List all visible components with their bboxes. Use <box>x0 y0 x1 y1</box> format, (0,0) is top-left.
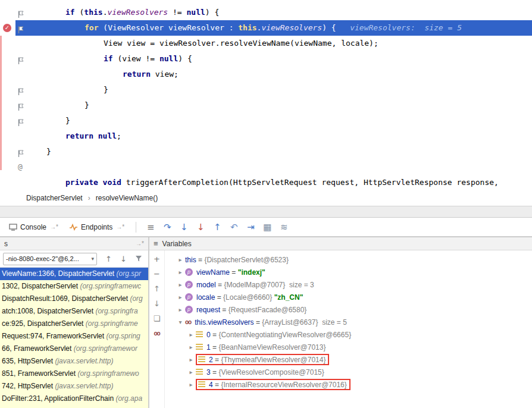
stack-frame[interactable]: DispatchResult:1069, DispatcherServlet (… <box>0 293 148 305</box>
execution-line[interactable]: ✓for (ViewResolver viewResolver : this.v… <box>0 20 532 36</box>
show-watches-icon[interactable]: oo <box>154 329 159 338</box>
expander-icon[interactable]: ▸ <box>176 256 185 263</box>
stack-frame[interactable]: ce:925, DispatcherServlet (org.springfra… <box>0 318 148 330</box>
breadcrumb-item-method[interactable]: resolveViewName() <box>96 194 158 202</box>
expander-icon[interactable]: ▸ <box>176 306 185 313</box>
variable-row[interactable]: ▾oothis.viewResolvers = {ArrayList@6637}… <box>165 316 532 328</box>
remove-watch-icon[interactable]: − <box>154 269 160 279</box>
add-watch-icon[interactable]: + <box>154 255 160 264</box>
expander-icon[interactable]: ▸ <box>186 369 196 375</box>
variable-content: prequest = {RequestFacade@6580} <box>185 306 306 314</box>
code-line[interactable]: } <box>0 82 532 98</box>
stack-frame[interactable]: 635, HttpServlet (javax.servlet.http) <box>0 355 148 368</box>
variable-row[interactable]: ▸4 = {InternalResourceViewResolver@7016} <box>165 378 532 391</box>
run-to-cursor-icon[interactable]: ⇥ <box>242 222 259 233</box>
breakpoint-icon[interactable]: ✓ <box>3 24 11 32</box>
variable-row[interactable]: ▸plocale = {Locale@6660} "zh_CN" <box>165 291 532 303</box>
editor-gutter[interactable] <box>0 113 33 128</box>
expander-icon[interactable]: ▸ <box>176 281 185 288</box>
editor-gutter[interactable]: ✓ <box>0 20 33 36</box>
expander-icon[interactable]: ▸ <box>176 294 185 300</box>
editor-gutter[interactable] <box>0 5 33 20</box>
variable-row[interactable]: ▸prequest = {RequestFacade@6580} <box>165 303 532 316</box>
variable-row[interactable]: ▸pviewName = "indexj" <box>165 266 532 278</box>
move-up-icon[interactable]: ↑ <box>154 284 160 294</box>
code-text: return view; <box>33 67 179 82</box>
previous-frame-icon[interactable]: ↑ <box>105 255 112 263</box>
grid-icon[interactable]: ▦ <box>259 222 276 233</box>
stack-frame[interactable]: 66, FrameworkServlet (org.springframewor <box>0 343 148 355</box>
code-editor[interactable]: if (this.viewResolvers != null) {✓for (V… <box>0 0 532 190</box>
code-line[interactable]: } <box>0 98 532 113</box>
code-text <box>33 159 46 175</box>
expander-icon[interactable]: ▸ <box>186 331 196 338</box>
editor-gutter[interactable] <box>0 67 33 82</box>
editor-gutter[interactable] <box>0 82 33 98</box>
editor-gutter[interactable]: @ <box>0 159 33 175</box>
array-element-icon <box>198 356 205 363</box>
step-over-icon[interactable]: ↷ <box>159 222 176 233</box>
code-text: for (ViewResolver viewResolver : this.vi… <box>33 20 462 36</box>
variable-row[interactable]: ▸0 = {ContentNegotiatingViewResolver@666… <box>165 328 532 341</box>
force-step-into-icon[interactable]: ↓ <box>192 222 209 233</box>
stack-frame[interactable]: atch:1008, DispatcherServlet (org.spring… <box>0 305 148 318</box>
expander-icon[interactable]: ▸ <box>176 269 185 275</box>
watches-toolbar: +−↑↓❏oo <box>149 250 165 408</box>
thread-selector[interactable]: -nio-8080-exec-2"@6,2... ▾ <box>3 253 97 265</box>
stack-frame[interactable]: Request:974, FrameworkServlet (org.sprin… <box>0 330 148 343</box>
variable-content: 0 = {ContentNegotiatingViewResolver@6665… <box>196 331 351 339</box>
editor-gutter[interactable] <box>0 144 33 159</box>
frames-panel: s →* -nio-8080-exec-2"@6,2... ▾ ↑ ↓ View… <box>0 237 148 408</box>
stack-frame[interactable]: 742, HttpServlet (javax.servlet.http) <box>0 380 148 393</box>
expander-icon[interactable]: ▸ <box>186 356 196 363</box>
editor-gutter[interactable] <box>0 98 33 113</box>
tab-endpoints-suffix: →* <box>116 224 124 230</box>
code-line[interactable]: } <box>0 144 532 159</box>
stack-frame[interactable]: DoFilter:231, ApplicationFilterChain (or… <box>0 393 148 405</box>
annotation-highlight: 4 = {InternalResourceViewResolver@7016} <box>196 379 351 390</box>
step-into-icon[interactable]: ↓ <box>176 222 192 233</box>
variable-content: pviewName = "indexj" <box>185 268 265 277</box>
array-element-icon <box>196 369 203 375</box>
variable-row[interactable]: ▸pmodel = {ModelMap@7007} size = 3 <box>165 278 532 291</box>
variable-content: 1 = {BeanNameViewResolver@7013} <box>196 343 326 351</box>
filter-frames-icon[interactable] <box>135 255 142 262</box>
expander-icon[interactable]: ▸ <box>186 344 196 350</box>
breadcrumb-item-class[interactable]: DispatcherServlet <box>26 194 83 202</box>
editor-gutter[interactable] <box>0 51 33 67</box>
step-out-icon[interactable]: ↑ <box>209 222 226 233</box>
bookmark-flag-icon <box>17 8 24 17</box>
editor-gutter[interactable] <box>0 36 33 51</box>
variable-row[interactable]: ▸this = {DispatcherServlet@6523} <box>165 253 532 266</box>
stack-frame[interactable]: 851, FrameworkServlet (org.springframewo <box>0 368 148 380</box>
annotation-icon: @ <box>18 159 23 175</box>
drop-frame-icon[interactable]: ↶ <box>226 222 242 233</box>
next-frame-icon[interactable]: ↓ <box>120 255 127 263</box>
code-line[interactable]: return null; <box>0 128 532 144</box>
variable-row[interactable]: ▸2 = {ThymeleafViewResolver@7014} <box>165 353 532 366</box>
duplicate-icon[interactable]: ❏ <box>154 314 161 324</box>
editor-gutter[interactable] <box>0 128 33 144</box>
code-line[interactable]: @ <box>0 159 532 175</box>
bookmark-flag-icon <box>17 101 24 109</box>
menu-icon[interactable]: ≡ <box>142 222 159 233</box>
code-line[interactable]: View view = viewResolver.resolveViewName… <box>0 36 532 51</box>
code-line[interactable]: } <box>0 113 532 128</box>
code-line[interactable]: private void triggerAfterCompletion(Http… <box>0 175 532 190</box>
layout-settings-icon[interactable]: ≋ <box>276 222 292 233</box>
variable-row[interactable]: ▸1 = {BeanNameViewResolver@7013} <box>165 341 532 353</box>
tab-console[interactable]: Console →* <box>4 218 64 236</box>
stack-frame[interactable]: ViewName:1366, DispatcherServlet (org.sp… <box>0 268 148 280</box>
code-line[interactable]: if (this.viewResolvers != null) { <box>0 5 532 20</box>
expander-icon[interactable]: ▸ <box>186 381 196 388</box>
tab-endpoints[interactable]: Endpoints →* <box>64 218 130 236</box>
parameter-icon: p <box>185 293 193 301</box>
menu-icon[interactable]: ≡ <box>154 239 158 248</box>
code-line[interactable]: return view; <box>0 67 532 82</box>
expander-icon[interactable]: ▾ <box>176 319 185 325</box>
variable-row[interactable]: ▸3 = {ViewResolverComposite@7015} <box>165 366 532 378</box>
stack-frame[interactable]: 1302, DispatcherServlet (org.springframe… <box>0 280 148 293</box>
move-down-icon[interactable]: ↓ <box>154 299 160 309</box>
editor-gutter[interactable] <box>0 175 33 190</box>
code-line[interactable]: if (view != null) { <box>0 51 532 67</box>
